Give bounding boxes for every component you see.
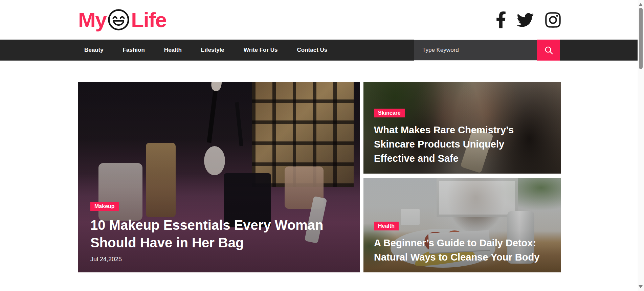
category-badge-health[interactable]: Health — [374, 222, 399, 230]
search-icon — [544, 46, 553, 55]
nav-item-write-for-us[interactable]: Write For Us — [244, 47, 278, 53]
skincare-article-content: Skincare What Makes Rare Chemistry’s Ski… — [374, 109, 552, 165]
skincare-article-title[interactable]: What Makes Rare Chemistry’s Skincare Pro… — [374, 123, 541, 165]
decor-beauty-sponge — [204, 146, 225, 175]
site-logo[interactable]: My Life — [78, 8, 166, 31]
main-nav: Beauty Fashion Health Lifestyle Write Fo… — [0, 40, 638, 61]
laughing-smiley-icon — [107, 8, 130, 31]
category-badge-makeup[interactable]: Makeup — [90, 202, 119, 211]
nav-item-beauty[interactable]: Beauty — [84, 47, 104, 53]
nav-menu: Beauty Fashion Health Lifestyle Write Fo… — [84, 47, 327, 53]
nav-item-contact-us[interactable]: Contact Us — [297, 47, 328, 53]
skincare-article-card[interactable]: Skincare What Makes Rare Chemistry’s Ski… — [363, 82, 561, 174]
secondary-articles-column: Skincare What Makes Rare Chemistry’s Ski… — [363, 82, 561, 272]
search-input[interactable] — [414, 40, 537, 61]
decor-makeup-brush — [207, 89, 218, 143]
scrollbar-down-arrow-icon[interactable] — [639, 285, 643, 288]
featured-article-date: Jul 24,2025 — [90, 256, 351, 263]
decor-makeup-brush — [235, 102, 243, 146]
scrollbar-thumb[interactable] — [639, 8, 643, 69]
featured-article-title[interactable]: 10 Makeup Essentials Every Woman Should … — [90, 216, 327, 251]
facebook-icon[interactable] — [496, 10, 506, 29]
logo-text-my: My — [78, 9, 106, 30]
health-article-card[interactable]: Health A Beginner’s Guide to Daily Detox… — [363, 178, 561, 272]
decor-window — [437, 178, 518, 217]
search-bar — [414, 40, 560, 61]
search-button[interactable] — [537, 40, 560, 61]
featured-article-card[interactable]: Makeup 10 Makeup Essentials Every Woman … — [78, 82, 360, 272]
health-article-content: Health A Beginner’s Guide to Daily Detox… — [374, 222, 552, 264]
page: My Life Beauty Fashion Hea — [0, 0, 638, 291]
instagram-icon[interactable] — [544, 11, 562, 29]
social-links — [496, 10, 562, 29]
featured-section: Makeup 10 Makeup Essentials Every Woman … — [78, 82, 561, 272]
scrollbar-up-arrow-icon[interactable] — [639, 3, 643, 6]
nav-item-lifestyle[interactable]: Lifestyle — [201, 47, 224, 53]
logo-text-life: Life — [131, 9, 166, 30]
health-article-title[interactable]: A Beginner’s Guide to Daily Detox: Natur… — [374, 236, 541, 264]
category-badge-skincare[interactable]: Skincare — [374, 109, 405, 117]
site-header: My Life — [0, 0, 638, 40]
featured-article-content: Makeup 10 Makeup Essentials Every Woman … — [90, 202, 351, 263]
twitter-icon[interactable] — [516, 12, 535, 28]
decor-eyeshadow-palette — [252, 82, 354, 187]
vertical-scrollbar[interactable] — [638, 0, 644, 291]
nav-item-health[interactable]: Health — [164, 47, 182, 53]
nav-item-fashion[interactable]: Fashion — [123, 47, 145, 53]
